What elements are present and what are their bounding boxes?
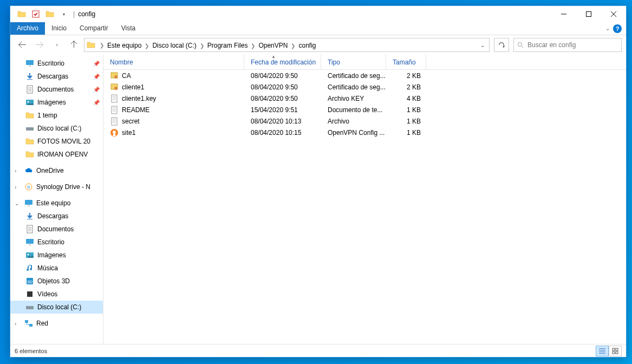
qat-dropdown-icon[interactable]: ▾ bbox=[58, 8, 70, 20]
folder-icon bbox=[25, 137, 34, 146]
video-icon bbox=[25, 290, 34, 298]
tab-file[interactable]: Archivo bbox=[10, 22, 45, 35]
sidebar-item[interactable]: FOTOS MOVIL 20 bbox=[10, 135, 103, 148]
sidebar-item[interactable]: Documentos📌 bbox=[10, 83, 103, 96]
chevron-right-icon[interactable]: ❯ bbox=[250, 43, 256, 49]
pin-icon: 📌 bbox=[93, 61, 100, 67]
titlebar[interactable]: ▾ | config bbox=[10, 6, 626, 22]
qat-properties-icon[interactable] bbox=[30, 8, 42, 20]
address-dropdown-icon[interactable]: ⌄ bbox=[476, 38, 489, 51]
file-row[interactable]: cliente108/04/2020 9:50Certificado de se… bbox=[103, 81, 626, 93]
column-type[interactable]: Tipo bbox=[321, 55, 386, 69]
close-button[interactable] bbox=[601, 6, 626, 22]
text-icon bbox=[110, 94, 119, 103]
svg-rect-29 bbox=[587, 12, 591, 17]
synology-icon bbox=[24, 183, 33, 191]
down-icon bbox=[25, 212, 34, 220]
address-bar[interactable]: ❯ Este equipo❯Disco local (C:)❯Program F… bbox=[84, 38, 490, 52]
window-title: config bbox=[78, 10, 95, 18]
doc-icon bbox=[25, 225, 34, 233]
ribbon-expand-icon[interactable]: ⌄ bbox=[605, 25, 610, 31]
disk-icon bbox=[25, 303, 34, 311]
sidebar-item[interactable]: Imágenes bbox=[10, 249, 103, 262]
doc-icon bbox=[25, 85, 34, 94]
view-large-icons-button[interactable] bbox=[609, 346, 622, 356]
breadcrumb-segment[interactable]: config bbox=[296, 42, 318, 49]
folder-icon bbox=[16, 8, 28, 20]
sidebar-synology[interactable]: › Synology Drive - N bbox=[10, 180, 103, 193]
column-name[interactable]: Nombre bbox=[103, 55, 244, 69]
folder-icon bbox=[25, 111, 34, 120]
svg-rect-38 bbox=[616, 348, 618, 350]
forward-button[interactable]: 🡢 bbox=[32, 37, 47, 53]
sidebar-item[interactable]: Descargas bbox=[10, 210, 103, 223]
tab-share[interactable]: Compartir bbox=[73, 22, 115, 35]
sidebar-network[interactable]: › Red bbox=[10, 317, 103, 330]
breadcrumb-segment[interactable]: Este equipo bbox=[105, 42, 144, 49]
sidebar-item[interactable]: Escritorio bbox=[10, 236, 103, 249]
folder-icon bbox=[44, 8, 56, 20]
sidebar-item[interactable]: Escritorio📌 bbox=[10, 57, 103, 70]
file-list-pane: Nombre Fecha de modificación Tipo Tamaño… bbox=[103, 55, 626, 344]
sidebar-item[interactable]: Música bbox=[10, 262, 103, 275]
svg-rect-39 bbox=[613, 352, 615, 354]
folder-icon bbox=[25, 150, 34, 159]
file-row[interactable]: site108/04/2020 10:15OpenVPN Config ...1… bbox=[103, 127, 626, 138]
back-button[interactable]: 🡠 bbox=[15, 37, 30, 53]
3d-icon bbox=[25, 277, 34, 285]
file-row[interactable]: CA08/04/2020 9:50Certificado de seg...2 … bbox=[103, 70, 626, 81]
chevron-right-icon[interactable]: ❯ bbox=[290, 43, 296, 49]
navigation-pane[interactable]: Escritorio📌Descargas📌Documentos📌Imágenes… bbox=[10, 55, 103, 344]
monitor-icon bbox=[24, 199, 33, 207]
svg-rect-40 bbox=[616, 352, 618, 354]
tab-view[interactable]: Vista bbox=[115, 22, 142, 35]
chevron-right-icon[interactable]: ❯ bbox=[199, 43, 205, 49]
sidebar-onedrive[interactable]: › OneDrive bbox=[10, 164, 103, 177]
ribbon: Archivo Inicio Compartir Vista ⌄ ? bbox=[10, 22, 626, 35]
sidebar-item[interactable]: 1 temp bbox=[10, 109, 103, 122]
chevron-right-icon[interactable]: ❯ bbox=[99, 42, 105, 48]
help-icon[interactable]: ? bbox=[613, 24, 622, 33]
refresh-button[interactable] bbox=[494, 38, 509, 52]
sidebar-item[interactable]: Imágenes📌 bbox=[10, 96, 103, 109]
column-date[interactable]: Fecha de modificación bbox=[244, 55, 321, 69]
sidebar-item[interactable]: Disco local (C:) bbox=[10, 122, 103, 135]
sidebar-item[interactable]: Disco local (C:) bbox=[10, 301, 103, 314]
file-row[interactable]: cliente1.key08/04/2020 9:50Archivo KEY4 … bbox=[103, 93, 626, 104]
search-box[interactable]: Buscar en config bbox=[513, 38, 622, 52]
pic-icon bbox=[25, 251, 34, 259]
file-rows[interactable]: CA08/04/2020 9:50Certificado de seg...2 … bbox=[103, 70, 626, 344]
breadcrumb-segment[interactable]: Program Files bbox=[205, 42, 250, 49]
disk-icon bbox=[25, 124, 34, 133]
search-placeholder: Buscar en config bbox=[527, 41, 576, 49]
minimize-button[interactable] bbox=[551, 6, 576, 22]
maximize-button[interactable] bbox=[576, 6, 601, 22]
sidebar-item[interactable]: Descargas📌 bbox=[10, 70, 103, 83]
monitor-icon bbox=[25, 238, 34, 246]
svg-line-33 bbox=[522, 46, 523, 48]
tab-home[interactable]: Inicio bbox=[45, 22, 73, 35]
sidebar-item[interactable]: Vídeos bbox=[10, 288, 103, 301]
sidebar-item[interactable]: Objetos 3D bbox=[10, 275, 103, 288]
status-text: 6 elementos bbox=[15, 348, 47, 354]
file-row[interactable]: README15/04/2020 9:51Documento de te...1… bbox=[103, 104, 626, 115]
breadcrumb-segment[interactable]: Disco local (C:) bbox=[150, 42, 198, 49]
sidebar-this-pc[interactable]: ⌄ Este equipo bbox=[10, 197, 103, 210]
breadcrumb-segment[interactable]: OpenVPN bbox=[256, 42, 290, 49]
status-bar: 6 elementos bbox=[10, 344, 626, 357]
svg-rect-37 bbox=[613, 348, 615, 350]
down-icon bbox=[25, 72, 34, 81]
pin-icon: 📌 bbox=[93, 74, 100, 80]
sidebar-item[interactable]: IROMAN OPENV bbox=[10, 148, 103, 161]
folder-icon bbox=[87, 41, 95, 49]
column-size[interactable]: Tamaño bbox=[386, 55, 426, 69]
chevron-right-icon[interactable]: ❯ bbox=[144, 43, 150, 49]
sidebar-item[interactable]: Documentos bbox=[10, 223, 103, 236]
cloud-icon bbox=[24, 166, 33, 175]
file-row[interactable]: secret08/04/2020 10:13Archivo1 KB bbox=[103, 115, 626, 127]
up-button[interactable]: 🡡 bbox=[67, 37, 82, 53]
recent-dropdown-icon[interactable]: ▾ bbox=[49, 37, 64, 53]
pin-icon: 📌 bbox=[93, 87, 100, 93]
network-icon bbox=[24, 319, 33, 328]
view-details-button[interactable] bbox=[596, 346, 609, 356]
